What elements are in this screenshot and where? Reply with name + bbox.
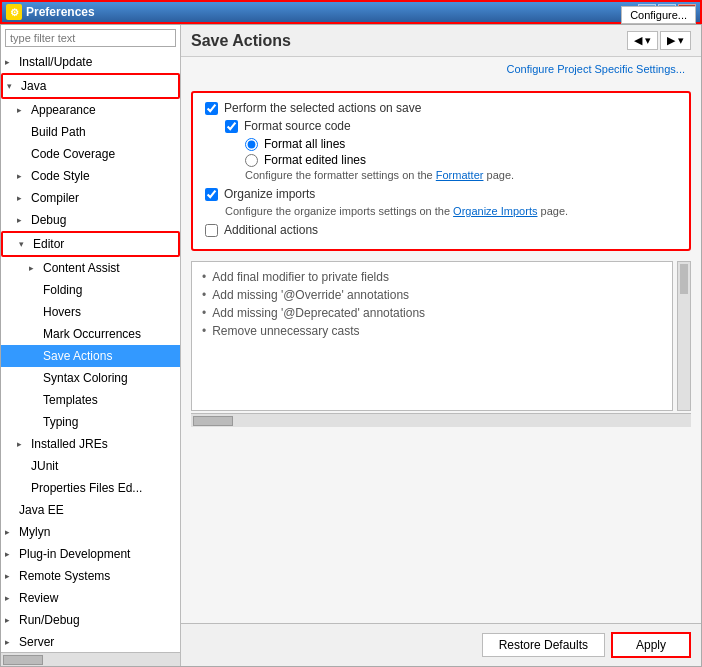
bullet: • [202,288,206,302]
additional-action-item: •Add final modifier to private fields [202,268,662,286]
title-bar: ⚙ Preferences — □ ✕ [0,0,702,24]
format-all-radio[interactable] [245,138,258,151]
panel-title: Save Actions [191,32,291,50]
tree-label-editor: Editor [33,235,64,253]
tree-label-review: Review [19,589,58,607]
sidebar-h-scrollbar[interactable] [1,652,180,666]
sidebar-item-java-ee[interactable]: Java EE [1,499,180,521]
action-label: Add missing '@Override' annotations [212,288,409,302]
sidebar-item-review[interactable]: ▸ Review [1,587,180,609]
sidebar-item-java[interactable]: ▾ Java [1,73,180,99]
tree-arrow-review: ▸ [5,589,17,607]
actions-box: Perform the selected actions on save For… [191,91,691,251]
list-h-thumb[interactable] [193,416,233,426]
organize-config-prefix: Configure the organize imports settings … [225,205,450,217]
tree-label-build-path: Build Path [31,123,86,141]
main-container: ▸ Install/Update ▾ Java ▸ Appearance Bui… [0,24,702,667]
tree-arrow-java: ▾ [7,77,19,95]
sidebar-item-server[interactable]: ▸ Server [1,631,180,652]
list-scrollbar[interactable] [677,261,691,411]
tree-label-hovers: Hovers [43,303,81,321]
configure-project-link[interactable]: Configure Project Specific Settings... [498,61,693,77]
formatter-config-prefix: Configure the formatter settings on the [245,169,433,181]
panel-header: Save Actions ◀ ▾ ▶ ▾ [181,25,701,57]
save-actions-content: Perform the selected actions on save For… [181,81,701,623]
sidebar-item-editor[interactable]: ▾ Editor [1,231,180,257]
tree-label-mark-occurrences: Mark Occurrences [43,325,141,343]
perform-actions-row: Perform the selected actions on save [205,101,677,115]
perform-actions-label: Perform the selected actions on save [224,101,421,115]
tree-arrow-editor: ▾ [19,235,31,253]
sidebar-item-installed-jres[interactable]: ▸ Installed JREs [1,433,180,455]
configure-link-area: Configure Project Specific Settings... [181,57,701,81]
sidebar-item-install-update[interactable]: ▸ Install/Update [1,51,180,73]
tree-label-junit: JUnit [31,457,58,475]
tree-label-appearance: Appearance [31,101,96,119]
sidebar-item-code-style[interactable]: ▸ Code Style [1,165,180,187]
right-panel: Save Actions ◀ ▾ ▶ ▾ Configure Project S… [181,25,701,666]
tree-label-typing: Typing [43,413,78,431]
sidebar-item-build-path[interactable]: Build Path [1,121,180,143]
sidebar-item-typing[interactable]: Typing [1,411,180,433]
tree-label-java: Java [21,77,46,95]
forward-button[interactable]: ▶ ▾ [660,31,691,50]
tree-label-save-actions: Save Actions [43,347,112,365]
format-edited-radio[interactable] [245,154,258,167]
list-h-scrollbar[interactable] [191,413,691,427]
sidebar-item-appearance[interactable]: ▸ Appearance [1,99,180,121]
filter-input[interactable] [5,29,176,47]
formatter-link[interactable]: Formatter [436,169,484,181]
tree-label-properties-files-editor: Properties Files Ed... [31,479,142,497]
organize-imports-row: Organize imports [205,187,677,201]
additional-actions-checkbox[interactable] [205,224,218,237]
sidebar-item-save-actions[interactable]: Save Actions [1,345,180,367]
additional-actions-section: •Add final modifier to private fields•Ad… [191,261,691,427]
tree-arrow-debug: ▸ [17,211,29,229]
sidebar-item-content-assist[interactable]: ▸ Content Assist [1,257,180,279]
sidebar-item-syntax-coloring[interactable]: Syntax Coloring [1,367,180,389]
content-area: ▸ Install/Update ▾ Java ▸ Appearance Bui… [1,25,701,666]
sidebar-item-mark-occurrences[interactable]: Mark Occurrences [1,323,180,345]
sidebar: ▸ Install/Update ▾ Java ▸ Appearance Bui… [1,25,181,666]
list-scroll-thumb[interactable] [680,264,688,294]
action-label: Add missing '@Deprecated' annotations [212,306,425,320]
sidebar-item-junit[interactable]: JUnit [1,455,180,477]
nav-buttons[interactable]: ◀ ▾ ▶ ▾ [627,31,691,50]
action-label: Remove unnecessary casts [212,324,359,338]
bullet: • [202,270,206,284]
tree-label-compiler: Compiler [31,189,79,207]
sidebar-item-properties-files-editor[interactable]: Properties Files Ed... [1,477,180,499]
sidebar-item-code-coverage[interactable]: Code Coverage [1,143,180,165]
apply-button[interactable]: Apply [611,632,691,658]
sidebar-item-debug[interactable]: ▸ Debug [1,209,180,231]
restore-defaults-button[interactable]: Restore Defaults [482,633,605,657]
bullet: • [202,306,206,320]
tree-label-code-coverage: Code Coverage [31,145,115,163]
sidebar-item-plug-in-development[interactable]: ▸ Plug-in Development [1,543,180,565]
sidebar-item-templates[interactable]: Templates [1,389,180,411]
organize-imports-label: Organize imports [224,187,315,201]
organize-imports-checkbox[interactable] [205,188,218,201]
sidebar-item-folding[interactable]: Folding [1,279,180,301]
back-button[interactable]: ◀ ▾ [627,31,658,50]
sidebar-item-compiler[interactable]: ▸ Compiler [1,187,180,209]
sidebar-item-hovers[interactable]: Hovers [1,301,180,323]
additional-actions-label: Additional actions [224,223,318,237]
additional-action-item: •Add missing '@Override' annotations [202,286,662,304]
app-icon: ⚙ [6,4,22,20]
sidebar-item-remote-systems[interactable]: ▸ Remote Systems [1,565,180,587]
tree-arrow-code-style: ▸ [17,167,29,185]
title-bar-text: Preferences [26,5,95,19]
additional-action-item: •Remove unnecessary casts [202,322,662,340]
perform-actions-checkbox[interactable] [205,102,218,115]
organize-imports-link[interactable]: Organize Imports [453,205,537,217]
sidebar-item-mylyn[interactable]: ▸ Mylyn [1,521,180,543]
format-source-checkbox[interactable] [225,120,238,133]
tree-arrow-server: ▸ [5,633,17,651]
sidebar-item-run-debug[interactable]: ▸ Run/Debug [1,609,180,631]
format-source-section: Format source code Format all lines Form… [225,119,677,181]
sidebar-h-thumb[interactable] [3,655,43,665]
tree-label-run-debug: Run/Debug [19,611,80,629]
tree-label-remote-systems: Remote Systems [19,567,110,585]
tree-container: ▸ Install/Update ▾ Java ▸ Appearance Bui… [1,51,180,652]
